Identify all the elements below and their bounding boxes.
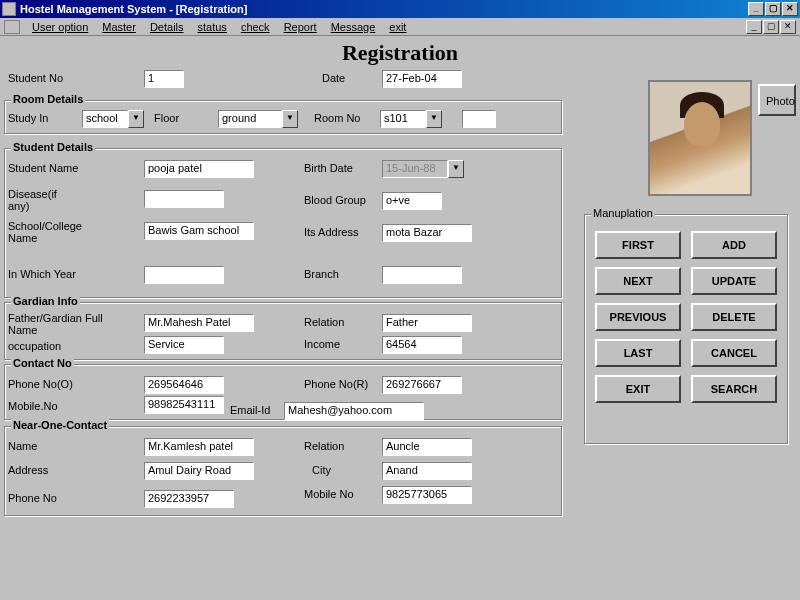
app-icon <box>2 2 16 16</box>
room-extra-input[interactable] <box>462 110 496 128</box>
exit-button[interactable]: EXIT <box>595 375 681 403</box>
label-near-phone: Phone No <box>8 492 57 504</box>
label-student-no: Student No <box>8 72 63 84</box>
menu-message[interactable]: Message <box>325 20 382 34</box>
mdi-maximize-button[interactable]: ▢ <box>763 20 779 34</box>
first-button[interactable]: FIRST <box>595 231 681 259</box>
maximize-button[interactable]: ▢ <box>765 2 781 16</box>
occupation-input[interactable]: Service <box>144 336 224 354</box>
room-no-combo[interactable]: s101▼ <box>380 110 442 128</box>
label-branch: Branch <box>304 268 339 280</box>
contact-no-label: Contact No <box>11 357 74 369</box>
label-room-no: Room No <box>314 112 360 124</box>
title-bar: Hostel Management System - [Registration… <box>0 0 800 18</box>
student-details-label: Student Details <box>11 141 95 153</box>
label-email: Email-Id <box>230 404 270 416</box>
student-photo <box>648 80 752 196</box>
label-birth-date: Birth Date <box>304 162 353 174</box>
near-relation-input[interactable]: Auncle <box>382 438 472 456</box>
email-input[interactable]: Mahesh@yahoo.com <box>284 402 424 420</box>
add-button[interactable]: ADD <box>691 231 777 259</box>
relation-input[interactable]: Father <box>382 314 472 332</box>
birth-date-combo[interactable]: 15-Jun-88▼ <box>382 160 464 178</box>
chevron-down-icon: ▼ <box>426 110 442 128</box>
label-mobile-no: Mobile.No <box>8 400 58 412</box>
cancel-button[interactable]: CANCEL <box>691 339 777 367</box>
near-address-input[interactable]: Amul Dairy Road <box>144 462 254 480</box>
delete-button[interactable]: DELETE <box>691 303 777 331</box>
menu-master[interactable]: Master <box>96 20 142 34</box>
label-disease: Disease(if any) <box>8 188 78 212</box>
branch-input[interactable] <box>382 266 462 284</box>
guardian-info-label: Gardian Info <box>11 295 80 307</box>
label-in-which-year: In Which Year <box>8 268 76 280</box>
window-title: Hostel Management System - [Registration… <box>20 3 748 15</box>
label-occupation: occupation <box>8 340 61 352</box>
photo-button[interactable]: Photo <box>758 84 796 116</box>
close-button[interactable]: ✕ <box>782 2 798 16</box>
minimize-button[interactable]: _ <box>748 2 764 16</box>
label-phone-o: Phone No(O) <box>8 378 73 390</box>
label-date: Date <box>322 72 345 84</box>
menu-bar: User option Master Details status check … <box>0 18 800 36</box>
page-title: Registration <box>0 36 800 72</box>
chevron-down-icon: ▼ <box>128 110 144 128</box>
near-one-contact-group: Near-One-Contact <box>4 426 562 516</box>
near-city-input[interactable]: Anand <box>382 462 472 480</box>
phone-o-input[interactable]: 269564646 <box>144 376 224 394</box>
label-its-address: Its Address <box>304 226 358 238</box>
menu-exit[interactable]: exit <box>383 20 412 34</box>
near-name-input[interactable]: Mr.Kamlesh patel <box>144 438 254 456</box>
mdi-icon <box>4 20 20 34</box>
its-address-input[interactable]: mota Bazar <box>382 224 472 242</box>
menu-status[interactable]: status <box>192 20 233 34</box>
menu-report[interactable]: Report <box>278 20 323 34</box>
label-phone-r: Phone No(R) <box>304 378 368 390</box>
menu-check[interactable]: check <box>235 20 276 34</box>
label-blood-group: Blood Group <box>304 194 366 206</box>
previous-button[interactable]: PREVIOUS <box>595 303 681 331</box>
floor-combo[interactable]: ground▼ <box>218 110 298 128</box>
manipulation-group: Manuplation FIRST ADD NEXT UPDATE PREVIO… <box>584 214 788 444</box>
chevron-down-icon: ▼ <box>448 160 464 178</box>
label-near-name: Name <box>8 440 37 452</box>
student-name-input[interactable]: pooja patel <box>144 160 254 178</box>
study-in-combo[interactable]: school▼ <box>82 110 144 128</box>
menu-details[interactable]: Details <box>144 20 190 34</box>
date-input[interactable]: 27-Feb-04 <box>382 70 462 88</box>
label-near-relation: Relation <box>304 440 344 452</box>
update-button[interactable]: UPDATE <box>691 267 777 295</box>
mdi-minimize-button[interactable]: _ <box>746 20 762 34</box>
near-mobile-input[interactable]: 9825773065 <box>382 486 472 504</box>
near-phone-input[interactable]: 2692233957 <box>144 490 234 508</box>
label-near-address: Address <box>8 464 48 476</box>
label-near-city: City <box>312 464 331 476</box>
label-study-in: Study In <box>8 112 48 124</box>
room-details-label: Room Details <box>11 93 85 105</box>
income-input[interactable]: 64564 <box>382 336 462 354</box>
phone-r-input[interactable]: 269276667 <box>382 376 462 394</box>
label-near-mobile: Mobile No <box>304 488 354 500</box>
disease-input[interactable] <box>144 190 224 208</box>
client-area: Registration Photo Student No 1 Date 27-… <box>0 36 800 600</box>
guardian-name-input[interactable]: Mr.Mahesh Patel <box>144 314 254 332</box>
label-guardian-name: Father/Gardian Full Name <box>8 312 118 336</box>
blood-group-input[interactable]: o+ve <box>382 192 442 210</box>
label-relation: Relation <box>304 316 344 328</box>
label-school-college: School/College Name <box>8 220 98 244</box>
next-button[interactable]: NEXT <box>595 267 681 295</box>
last-button[interactable]: LAST <box>595 339 681 367</box>
search-button[interactable]: SEARCH <box>691 375 777 403</box>
chevron-down-icon: ▼ <box>282 110 298 128</box>
label-income: Income <box>304 338 340 350</box>
label-floor: Floor <box>154 112 179 124</box>
school-input[interactable]: Bawis Gam school <box>144 222 254 240</box>
menu-user-option[interactable]: User option <box>26 20 94 34</box>
manipulation-label: Manuplation <box>591 207 655 219</box>
student-no-input[interactable]: 1 <box>144 70 184 88</box>
mobile-input[interactable]: 98982543111 <box>144 396 224 414</box>
mdi-close-button[interactable]: ✕ <box>780 20 796 34</box>
near-one-label: Near-One-Contact <box>11 419 109 431</box>
year-input[interactable] <box>144 266 224 284</box>
contact-no-group: Contact No <box>4 364 562 420</box>
